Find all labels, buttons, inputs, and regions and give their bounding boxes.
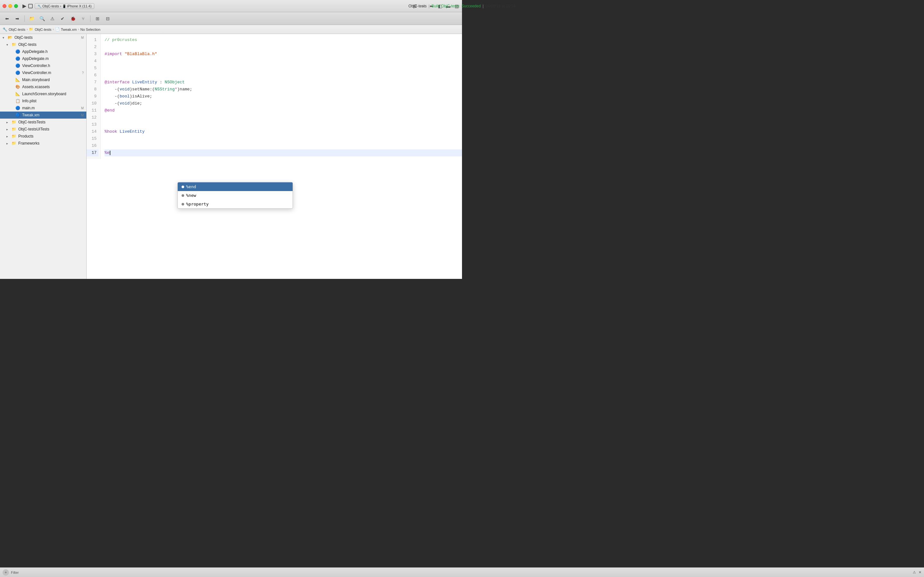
sidebar-item-root[interactable]: ▾📂ObjC-testsM [0,34,86,41]
sidebar-item-label: ObjC-tests [15,35,80,40]
line-number: 3 [87,51,99,58]
sidebar-item-products[interactable]: ▸📁Products [0,133,86,140]
autocomplete-dropdown[interactable]: %end%new%property [178,182,293,209]
search-nav-btn[interactable]: 🔍 [37,14,47,23]
scheme-selector[interactable]: 🔧 ObjC-tests › 📱 iPhone X (11.4) [35,3,94,9]
code-token-plain: )die; [129,100,142,107]
line-number: 16 [87,142,99,149]
code-line: @interface LiveEntity : NSObject [105,79,462,86]
sidebar-item-label: Products [18,134,84,139]
code-content[interactable]: // pr0crustes #import "BlaBlaBla.h" @int… [101,34,462,159]
sidebar-item-label: Frameworks [18,141,84,145]
breadcrumb-project[interactable]: ObjC-tests [9,27,25,31]
device-icon: 📱 [62,5,66,8]
sidebar-item-label: Assets.xcassets [22,85,84,89]
autocomplete-item[interactable]: %new [178,191,292,200]
main-layout: ▾📂ObjC-testsM▾📁ObjC-tests🔵AppDelegate.h🔵… [0,34,462,279]
code-token-hook: %hook [105,128,117,135]
line-number: 9 [87,93,99,100]
autocomplete-item[interactable]: %property [178,200,292,208]
sidebar-item-viewcontroller-m[interactable]: 🔵ViewController.m? [0,69,86,76]
sidebar-item-label: ObjC-testsTests [18,120,84,124]
sidebar-badge: M [81,113,84,117]
breadcrumb-file[interactable]: Tweak.xm [61,27,77,31]
sidebar-item-obJC-tests-uitests[interactable]: ▸📁ObjC-testsUITests [0,126,86,133]
sidebar-item-launchscreen[interactable]: 📐LaunchScreen.storyboard [0,90,86,97]
sidebar-item-main-storyboard[interactable]: 📐Main.storyboard [0,76,86,83]
code-line: #import "BlaBlaBla.h" [105,51,462,58]
code-line [105,114,462,121]
expand-arrow-icon: ▸ [6,135,10,138]
line-number: 15 [87,135,99,142]
run-button[interactable]: ▶ [23,3,26,9]
scm-btn[interactable]: ⑂ [79,14,87,23]
sidebar-item-frameworks[interactable]: ▸📁Frameworks [0,140,86,147]
file-icon: 📄 [55,27,60,31]
line-number: 2 [87,44,99,51]
breadcrumb-folder[interactable]: ObjC-tests [35,27,51,31]
file-type-icon: 📁 [11,127,16,131]
folder-icon: 📁 [29,27,33,31]
ac-bullet-icon [182,194,184,197]
navigator-btn[interactable]: 📁 [27,14,36,23]
code-token-type: void [120,86,129,93]
sidebar-item-label: ObjC-tests [18,42,84,47]
line-numbers: 1234567891011121314151617 [87,34,101,159]
code-token-plain: -( [105,93,120,100]
title-center: ObjC-tests | Build ObjC-tests: Succeeded… [409,4,462,8]
breadcrumb-selection[interactable]: No Selection [80,27,100,31]
code-area: 1234567891011121314151617 // pr0crustes … [87,34,462,159]
code-token-nsobj: NSString [155,86,174,93]
maximize-button[interactable] [14,4,18,8]
code-token-keyword: * [174,86,177,93]
forward-btn[interactable]: ➡ [13,14,22,23]
ac-item-label: %property [186,201,208,206]
file-type-icon: 🎨 [15,85,20,89]
sidebar-badge: M [81,36,84,39]
code-token-class: LiveEntity [132,79,157,86]
sidebar-item-label: LaunchScreen.storyboard [22,92,84,96]
ac-item-label: %end [186,184,196,189]
code-token-hook: %e [105,149,110,156]
code-token-type: void [120,100,129,107]
sidebar-item-viewcontroller-h[interactable]: 🔵ViewController.h [0,62,86,69]
stop-button[interactable] [28,4,33,8]
code-token-plain [129,79,132,86]
sidebar-item-tweak-xm[interactable]: 🔵Tweak.xmM [0,111,86,119]
code-token-keyword: @end [105,107,115,114]
sidebar-item-info-plist[interactable]: 📋Info.plist [0,97,86,105]
editor[interactable]: 1234567891011121314151617 // pr0crustes … [87,34,462,279]
sidebar-item-main-m[interactable]: 🔵main.mM [0,105,86,111]
line-number: 8 [87,86,99,93]
code-token-plain: -( [105,100,120,107]
sidebar-item-obJC-tests-group[interactable]: ▾📁ObjC-tests [0,41,86,48]
ac-bullet-icon [182,185,184,188]
sidebar-item-assets[interactable]: 🎨Assets.xcassets [0,83,86,90]
tests-btn[interactable]: ✔ [58,14,67,23]
toolbar-sep-2 [90,15,90,22]
issues-btn[interactable]: ⚠ [48,14,57,23]
close-button[interactable] [3,4,6,8]
minimize-button[interactable] [8,4,12,8]
file-type-icon: 🔵 [15,71,20,75]
code-line [105,58,462,65]
toolbar: ⬅ ➡ 📁 🔍 ⚠ ✔ 🐞 ⑂ ⊞ ⊟ [0,12,462,25]
file-type-icon: 📋 [15,99,20,103]
code-token-plain [122,51,125,58]
code-token-keyword: #import [105,51,122,58]
grid-btn[interactable]: ⊞ [93,14,102,23]
code-token-plain: -( [105,86,120,93]
file-type-icon: 📁 [11,42,16,47]
debug-nav-btn[interactable]: 🐞 [68,14,78,23]
sidebar-item-obJC-tests-tests[interactable]: ▸📁ObjC-testsTests [0,119,86,126]
code-line [105,72,462,79]
code-line [105,142,462,149]
code-review-btn[interactable]: ⊟ [103,14,112,23]
sidebar-item-label: ViewController.h [22,63,84,68]
sidebar-item-appdelegate-m[interactable]: 🔵AppDelegate.m [0,55,86,62]
back-btn[interactable]: ⬅ [3,14,11,23]
file-type-icon: 📐 [15,77,20,82]
autocomplete-item[interactable]: %end [178,182,292,191]
sidebar-item-appdelegate-h[interactable]: 🔵AppDelegate.h [0,48,86,55]
file-type-icon: 🔵 [15,113,20,117]
